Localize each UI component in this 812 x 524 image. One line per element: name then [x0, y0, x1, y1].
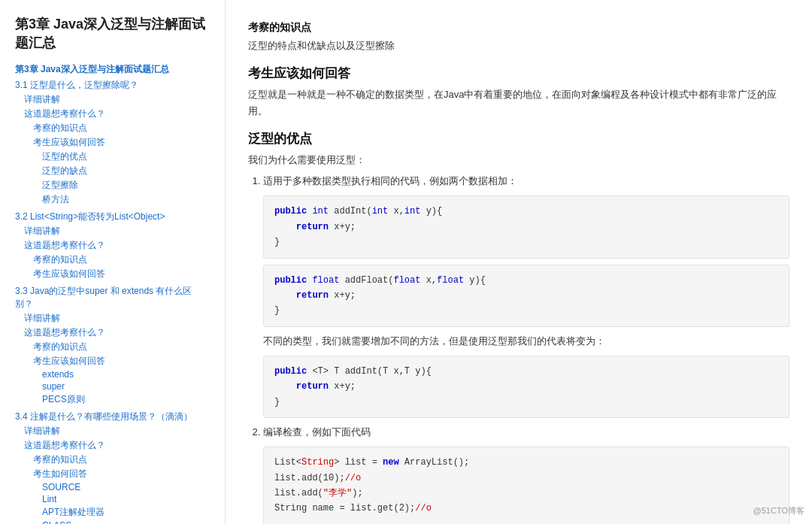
toc-3-4-detail[interactable]: 详细讲解: [15, 425, 210, 438]
chapter-title: 第3章 Java深入泛型与注解面试题汇总: [15, 15, 210, 53]
toc-3-4-class[interactable]: CLASS: [15, 520, 210, 524]
toc-3-1-question[interactable]: 这道题想考察什么？: [15, 108, 210, 120]
advantages-title: 泛型的优点: [248, 130, 789, 147]
advantages-list: 适用于多种数据类型执行相同的代码，例如两个数据相加： public int ad…: [248, 173, 789, 524]
toc-3-3-extends[interactable]: extends: [15, 369, 210, 380]
toc-section-3-3: 3.3 Java的泛型中super 和 extends 有什么区别？ 详细讲解 …: [15, 285, 210, 406]
toc-3-4-question[interactable]: 这道题想考察什么？: [15, 439, 210, 452]
toc-3-3-detail[interactable]: 详细讲解: [15, 312, 210, 325]
middle-text: 不同的类型，我们就需要增加不同的方法，但是使用泛型那我们的代表将变为：: [263, 333, 789, 350]
right-panel: 考察的知识点 泛型的特点和优缺点以及泛型擦除 考生应该如何回答 泛型就是一种就是…: [226, 0, 812, 524]
code-add-float: public float addFloat(float x,float y){ …: [263, 265, 789, 327]
toc-3-3-pecs[interactable]: PECS原则: [15, 393, 210, 406]
answer-title: 考生应该如何回答: [248, 65, 789, 82]
toc-3-4-apt[interactable]: APT注解处理器: [15, 506, 210, 519]
toc-3-2-knowledge[interactable]: 考察的知识点: [15, 253, 210, 266]
knowledge-title: 考察的知识点: [248, 21, 789, 35]
toc-3-3-title[interactable]: 3.3 Java的泛型中super 和 extends 有什么区别？: [15, 285, 210, 310]
toc-3-3-question[interactable]: 这道题想考察什么？: [15, 326, 210, 339]
toc-3-1-detail[interactable]: 详细讲解: [15, 93, 210, 106]
toc-3-3-super[interactable]: super: [15, 381, 210, 392]
toc-3-2-question[interactable]: 这道题想考察什么？: [15, 239, 210, 252]
toc-3-4-knowledge[interactable]: 考察的知识点: [15, 453, 210, 466]
toc-3-4-lint[interactable]: Lint: [15, 494, 210, 504]
answer-content: 泛型就是一种就是一种不确定的数据类型，在Java中有着重要的地位，在面向对象编程…: [248, 86, 789, 120]
toc-3-1-erasure[interactable]: 泛型擦除: [15, 179, 210, 192]
toc-chapter-link[interactable]: 第3章 Java深入泛型与注解面试题汇总: [15, 64, 169, 74]
toc-3-1-title[interactable]: 3.1 泛型是什么，泛型擦除呢？: [15, 79, 210, 92]
knowledge-content: 泛型的特点和优缺点以及泛型擦除: [248, 38, 789, 54]
toc-3-4-answer[interactable]: 考生如何回答: [15, 468, 210, 480]
advantage-item-2: 编译检查，例如下面代码 List<String> list = new Arra…: [263, 424, 789, 524]
toc-3-4-source[interactable]: SOURCE: [15, 482, 210, 492]
toc-3-4-title[interactable]: 3.4 注解是什么？有哪些使用场景？（滴滴）: [15, 410, 210, 423]
toc-section-3-4: 3.4 注解是什么？有哪些使用场景？（滴滴） 详细讲解 这道题想考察什么？ 考察…: [15, 410, 210, 524]
toc-3-2-title[interactable]: 3.2 List<String>能否转为List<Object>: [15, 211, 210, 223]
toc-3-3-answer[interactable]: 考生应该如何回答: [15, 355, 210, 368]
code-add-generic: public <T> T addInt(T x,T y){ return x+y…: [263, 356, 789, 418]
toc-3-3-knowledge[interactable]: 考察的知识点: [15, 341, 210, 353]
toc-3-2-answer[interactable]: 考生应该如何回答: [15, 268, 210, 280]
watermark: @51CTO博客: [753, 505, 804, 516]
left-panel: 第3章 Java深入泛型与注解面试题汇总 第3章 Java深入泛型与注解面试题汇…: [0, 0, 226, 524]
advantage-item-1: 适用于多种数据类型执行相同的代码，例如两个数据相加： public int ad…: [263, 173, 789, 418]
toc-section-3-2: 3.2 List<String>能否转为List<Object> 详细讲解 这道…: [15, 211, 210, 280]
toc-section-3-1: 3.1 泛型是什么，泛型擦除呢？ 详细讲解 这道题想考察什么？ 考察的知识点 考…: [15, 79, 210, 206]
advantages-intro: 我们为什么需要使用泛型：: [248, 152, 789, 168]
toc-3-1-answer[interactable]: 考生应该如何回答: [15, 136, 210, 149]
code-list-example: List<String> list = new ArrayList(); lis…: [263, 447, 789, 524]
toc-3-2-detail[interactable]: 详细讲解: [15, 225, 210, 238]
table-of-contents: 第3章 Java深入泛型与注解面试题汇总 3.1 泛型是什么，泛型擦除呢？ 详细…: [15, 63, 210, 524]
toc-3-1-advantages[interactable]: 泛型的优点: [15, 150, 210, 163]
toc-3-1-disadvantages[interactable]: 泛型的缺点: [15, 165, 210, 177]
code-add-int: public int addInt(int x,int y){ return x…: [263, 195, 789, 258]
toc-3-1-bridge[interactable]: 桥方法: [15, 193, 210, 206]
toc-3-1-knowledge[interactable]: 考察的知识点: [15, 122, 210, 135]
